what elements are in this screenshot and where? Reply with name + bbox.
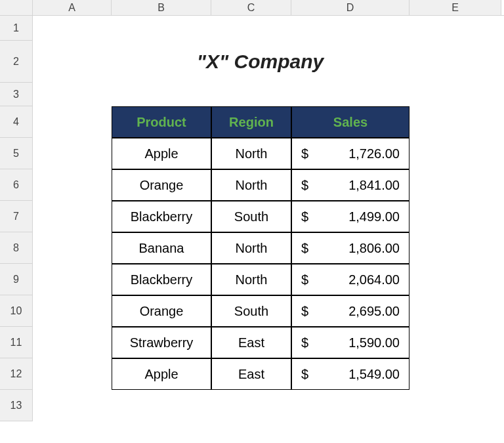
currency-symbol: $ <box>301 367 308 382</box>
table-cell-sales[interactable]: $2,695.00 <box>291 295 410 327</box>
cell-a9[interactable] <box>33 264 112 295</box>
cell-d13[interactable] <box>291 390 410 421</box>
table-header-region[interactable]: Region <box>211 106 291 138</box>
sales-amount: 1,499.00 <box>348 209 400 224</box>
table-cell-sales[interactable]: $1,806.00 <box>291 232 410 264</box>
cell-a7[interactable] <box>33 201 112 232</box>
table-cell-region[interactable]: North <box>211 169 291 201</box>
table-cell-sales[interactable]: $2,064.00 <box>291 264 410 295</box>
row-header-1[interactable]: 1 <box>0 16 33 41</box>
currency-symbol: $ <box>301 272 308 287</box>
cell-a13[interactable] <box>33 390 112 421</box>
currency-symbol: $ <box>301 178 308 193</box>
row-header-4[interactable]: 4 <box>0 106 33 138</box>
table-cell-product[interactable]: Apple <box>112 358 211 390</box>
col-header-a[interactable]: A <box>33 0 112 15</box>
table-cell-region[interactable]: North <box>211 138 291 169</box>
cell-a12[interactable] <box>33 358 112 390</box>
cell-a8[interactable] <box>33 232 112 264</box>
table-cell-product[interactable]: Orange <box>112 169 211 201</box>
col-header-c[interactable]: C <box>211 0 291 15</box>
table-cell-sales[interactable]: $1,590.00 <box>291 327 410 358</box>
table-cell-product[interactable]: Apple <box>112 138 211 169</box>
table-cell-product[interactable]: Banana <box>112 232 211 264</box>
cell-e4[interactable] <box>410 106 501 138</box>
table-cell-sales[interactable]: $1,726.00 <box>291 138 410 169</box>
spreadsheet: A B C D E 1 2 "X" Company 3 4 Product Re… <box>0 0 504 443</box>
table-cell-product[interactable]: Strawberry <box>112 327 211 358</box>
select-all-corner[interactable] <box>0 0 33 15</box>
row-header-9[interactable]: 9 <box>0 264 33 295</box>
sales-amount: 2,064.00 <box>348 272 400 287</box>
currency-symbol: $ <box>301 335 308 350</box>
sales-amount: 1,806.00 <box>348 241 400 256</box>
table-cell-product[interactable]: Orange <box>112 295 211 327</box>
table-header-sales[interactable]: Sales <box>291 106 410 138</box>
table-cell-region[interactable]: North <box>211 232 291 264</box>
row-header-2[interactable]: 2 <box>0 41 33 83</box>
cell-a5[interactable] <box>33 138 112 169</box>
currency-symbol: $ <box>301 209 308 224</box>
cell-b3[interactable] <box>112 83 211 106</box>
cell-e12[interactable] <box>410 358 501 390</box>
row-header-11[interactable]: 11 <box>0 327 33 358</box>
cell-e2[interactable] <box>410 41 501 83</box>
cell-e11[interactable] <box>410 327 501 358</box>
table-cell-region[interactable]: East <box>211 358 291 390</box>
table-cell-region[interactable]: North <box>211 264 291 295</box>
cell-e9[interactable] <box>410 264 501 295</box>
cell-e7[interactable] <box>410 201 501 232</box>
col-header-d[interactable]: D <box>291 0 410 15</box>
row-header-7[interactable]: 7 <box>0 201 33 232</box>
cell-a1[interactable] <box>33 16 112 41</box>
row-header-3[interactable]: 3 <box>0 83 33 106</box>
currency-symbol: $ <box>301 241 308 256</box>
cell-b1[interactable] <box>112 16 211 41</box>
cell-e3[interactable] <box>410 83 501 106</box>
row-header-8[interactable]: 8 <box>0 232 33 264</box>
sales-amount: 1,549.00 <box>348 367 400 382</box>
cell-e10[interactable] <box>410 295 501 327</box>
cell-a3[interactable] <box>33 83 112 106</box>
cell-e5[interactable] <box>410 138 501 169</box>
cell-b13[interactable] <box>112 390 211 421</box>
cell-e13[interactable] <box>410 390 501 421</box>
row-header-13[interactable]: 13 <box>0 390 33 421</box>
col-header-e[interactable]: E <box>410 0 501 15</box>
sales-amount: 1,590.00 <box>348 335 400 350</box>
cell-d3[interactable] <box>291 83 410 106</box>
cell-c1[interactable] <box>211 16 291 41</box>
cell-e1[interactable] <box>410 16 501 41</box>
table-cell-product[interactable]: Blackberry <box>112 264 211 295</box>
cell-a11[interactable] <box>33 327 112 358</box>
table-header-product[interactable]: Product <box>112 106 211 138</box>
cell-a4[interactable] <box>33 106 112 138</box>
column-header-row: A B C D E <box>0 0 504 16</box>
cell-c3[interactable] <box>211 83 291 106</box>
currency-symbol: $ <box>301 304 308 319</box>
table-cell-region[interactable]: East <box>211 327 291 358</box>
cell-a2[interactable] <box>33 41 112 83</box>
title-cell[interactable]: "X" Company <box>112 41 410 83</box>
table-cell-region[interactable]: South <box>211 201 291 232</box>
row-header-12[interactable]: 12 <box>0 358 33 390</box>
cell-c13[interactable] <box>211 390 291 421</box>
row-header-10[interactable]: 10 <box>0 295 33 327</box>
sales-amount: 2,695.00 <box>348 304 400 319</box>
cell-d1[interactable] <box>291 16 410 41</box>
cell-a10[interactable] <box>33 295 112 327</box>
table-cell-product[interactable]: Blackberry <box>112 201 211 232</box>
cell-e8[interactable] <box>410 232 501 264</box>
sales-amount: 1,726.00 <box>348 146 400 161</box>
currency-symbol: $ <box>301 146 308 161</box>
table-cell-region[interactable]: South <box>211 295 291 327</box>
cell-e6[interactable] <box>410 169 501 201</box>
row-header-5[interactable]: 5 <box>0 138 33 169</box>
table-cell-sales[interactable]: $1,499.00 <box>291 201 410 232</box>
table-cell-sales[interactable]: $1,549.00 <box>291 358 410 390</box>
sales-amount: 1,841.00 <box>348 178 400 193</box>
col-header-b[interactable]: B <box>112 0 211 15</box>
cell-a6[interactable] <box>33 169 112 201</box>
row-header-6[interactable]: 6 <box>0 169 33 201</box>
table-cell-sales[interactable]: $1,841.00 <box>291 169 410 201</box>
